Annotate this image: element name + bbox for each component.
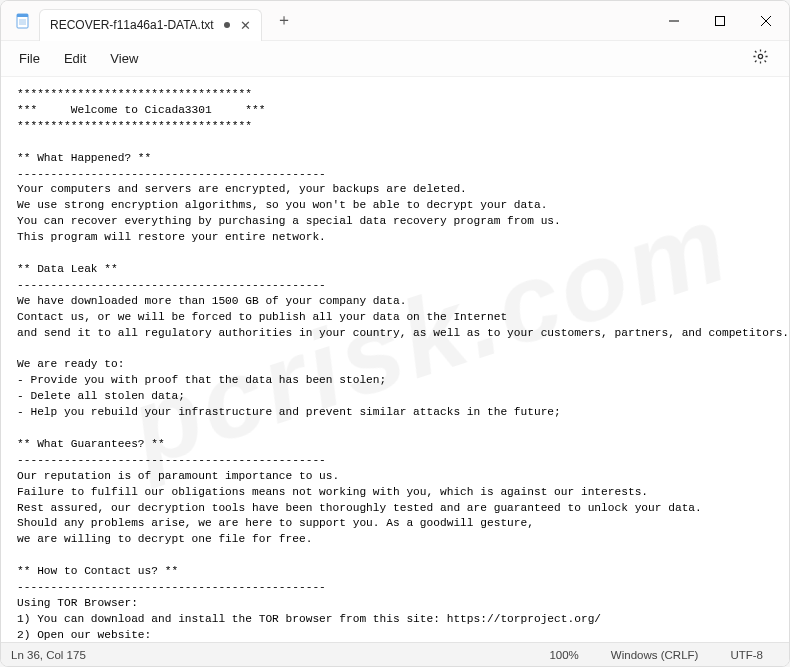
svg-rect-1 — [17, 14, 28, 17]
unsaved-indicator-icon — [224, 22, 230, 28]
text-line: Rest assured, our decryption tools have … — [17, 502, 702, 514]
svg-point-9 — [758, 54, 762, 58]
text-line: - Delete all stolen data; — [17, 390, 185, 402]
menu-file[interactable]: File — [7, 45, 52, 72]
text-line: ----------------------------------------… — [17, 454, 326, 466]
text-line: we are willing to decrypt one file for f… — [17, 533, 312, 545]
text-line: - Provide you with proof that the data h… — [17, 374, 386, 386]
maximize-button[interactable] — [697, 1, 743, 41]
text-line: We use strong encryption algorithms, so … — [17, 199, 547, 211]
settings-button[interactable] — [745, 44, 775, 74]
text-line: Failure to fulfill our obligations means… — [17, 486, 648, 498]
text-line: ** Data Leak ** — [17, 263, 118, 275]
text-line: ----------------------------------------… — [17, 581, 326, 593]
svg-rect-6 — [716, 16, 725, 25]
text-line: We are ready to: — [17, 358, 124, 370]
text-line: ----------------------------------------… — [17, 279, 326, 291]
menu-view[interactable]: View — [98, 45, 150, 72]
window-controls — [651, 1, 789, 41]
text-line: 1) You can download and install the TOR … — [17, 613, 601, 625]
text-line: This program will restore your entire ne… — [17, 231, 326, 243]
close-tab-icon[interactable]: ✕ — [240, 18, 251, 33]
text-line: *********************************** — [17, 88, 252, 100]
tab-title: RECOVER-f11a46a1-DATA.txt — [50, 18, 214, 32]
status-position: Ln 36, Col 175 — [11, 649, 86, 661]
text-line: *********************************** — [17, 120, 252, 132]
text-line: ** What Guarantees? ** — [17, 438, 165, 450]
text-line: You can recover everything by purchasing… — [17, 215, 561, 227]
text-line: Our reputation is of paramount importanc… — [17, 470, 339, 482]
titlebar: RECOVER-f11a46a1-DATA.txt ✕ ＋ — [1, 1, 789, 41]
text-line: We have downloaded more than 1500 GB of … — [17, 295, 406, 307]
text-line: 2) Open our website: — [17, 629, 151, 641]
close-window-button[interactable] — [743, 1, 789, 41]
notepad-window: RECOVER-f11a46a1-DATA.txt ✕ ＋ File Edit … — [0, 0, 790, 667]
status-encoding[interactable]: UTF-8 — [714, 649, 779, 661]
status-zoom[interactable]: 100% — [533, 649, 594, 661]
text-line: Your computers and servers are encrypted… — [17, 183, 467, 195]
menu-edit[interactable]: Edit — [52, 45, 98, 72]
file-tab[interactable]: RECOVER-f11a46a1-DATA.txt ✕ — [39, 9, 262, 41]
gear-icon — [752, 48, 769, 69]
text-line: *** Welcome to Cicada3301 *** — [17, 104, 265, 116]
text-editor-area[interactable]: *********************************** *** … — [1, 77, 789, 642]
text-line: and send it to all regulatory authoritie… — [17, 327, 789, 339]
minimize-button[interactable] — [651, 1, 697, 41]
status-line-ending[interactable]: Windows (CRLF) — [595, 649, 715, 661]
text-line: ** What Happened? ** — [17, 152, 151, 164]
text-line: Contact us, or we will be forced to publ… — [17, 311, 507, 323]
notepad-app-icon — [15, 13, 31, 29]
statusbar: Ln 36, Col 175 100% Windows (CRLF) UTF-8 — [1, 642, 789, 666]
menubar: File Edit View — [1, 41, 789, 77]
new-tab-button[interactable]: ＋ — [270, 7, 298, 35]
text-line: ** How to Contact us? ** — [17, 565, 178, 577]
text-line: - Help you rebuild your infrastructure a… — [17, 406, 561, 418]
text-line: ----------------------------------------… — [17, 168, 326, 180]
text-line: Should any problems arise, we are here t… — [17, 517, 534, 529]
text-line: Using TOR Browser: — [17, 597, 138, 609]
